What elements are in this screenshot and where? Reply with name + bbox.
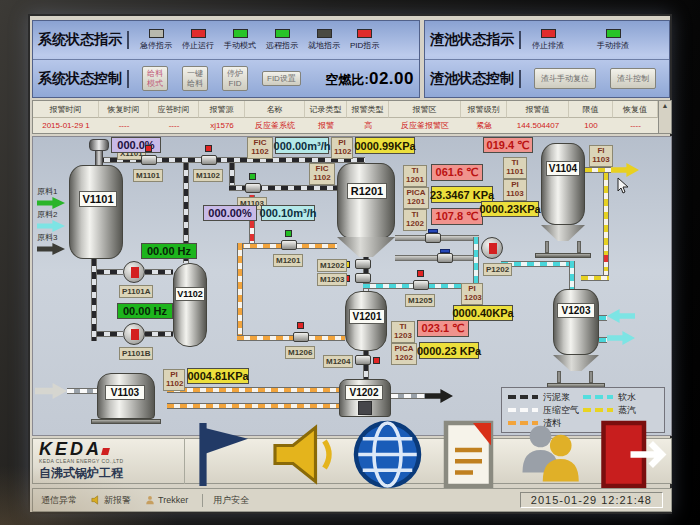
panel-title: 系统状态指示 [38,31,129,49]
readout-pi1102-pressure: 0000.99KPa [355,137,415,154]
alarm-scroll-up-button[interactable]: ▲ [658,101,671,133]
instrument-tag-pi1203: PI 1203 [461,283,483,305]
new-alarm-status[interactable]: 新报警 [91,494,131,507]
instrument-tag-ti1101: TI 1101 [503,157,527,179]
brand-block: KEDA KEDA CLEAN ENERGY CO.,LTD 自沸式锅炉工程 [33,438,185,484]
status-lamp [606,29,621,38]
brand-logo: KEDA [39,440,178,458]
vessel-base [91,419,161,424]
readout-ti1203-temp: 023.1 ℃ [417,320,469,337]
instrument-tag-pica1201: PICA 1201 [403,187,429,209]
readout-p1101a-hz: 00.00 Hz [141,243,197,259]
alarm-strip[interactable]: 报警时间2015-01-29 1 恢复时间---- 应答时间---- 报警源xj… [32,100,672,134]
valve-m1103[interactable] [245,183,261,193]
vessel-base [535,253,591,258]
readout-pi1203-pressure: 0000.40KPa [453,305,513,321]
pipe-air [391,393,425,399]
instrument-tag-fic1102: FIC 1102 [247,137,273,159]
valve-m1203[interactable] [355,273,371,283]
panel-title: 渣池状态指示 [430,31,521,49]
vessel-v1203[interactable] [553,289,599,355]
speaker-icon [91,495,101,505]
readout-x1101-percent: 000.0% [111,137,161,153]
vessel-v1101[interactable] [69,165,123,259]
status-lamp [357,29,372,38]
steam-outlet-arrow [611,163,639,177]
record-query-icon [347,414,428,495]
fid-settings-button[interactable]: FID设置 [262,71,301,86]
equipment-tag-m1101: M1101 [133,169,163,182]
comm-status: 通信异常 [41,494,77,507]
scada-screen: 系统状态指示 急停指示 停止运行 手动模式 远程指示 就地指示 PID指示 系统… [28,14,672,514]
instrument-tag-ti1203: TI 1203 [391,321,415,343]
pipe-air [67,388,97,394]
valve-m1205[interactable] [413,280,429,290]
pipe-slag [237,335,345,341]
pipe-sludge [145,331,173,337]
vessel-r1201[interactable] [337,163,395,239]
readout-ti1202-temp: 107.8 ℃ [431,208,483,225]
legend-swatch [583,395,613,399]
exit-icon [590,414,671,495]
valve-m1101[interactable] [141,155,157,165]
equipment-tag-m1206: M1206 [285,346,315,359]
readout-pica1202-pressure: 0000.23 KPa [419,342,479,359]
softwater-outlet-arrow [607,331,635,345]
manual-valve[interactable] [425,233,441,243]
valve-m1201[interactable] [281,240,297,250]
legend-swatch [583,408,613,412]
inlet-raw-3: 原料3 [37,233,65,255]
valve-m1202[interactable] [355,259,371,269]
legend-swatch [508,395,538,399]
status-lamp [233,29,248,38]
security-status: 用户安全 [213,494,249,507]
manual-valve[interactable] [437,253,453,263]
status-lamp [149,29,164,38]
vessel-label: V1101 [79,191,117,207]
bottom-toolbar: KEDA KEDA CLEAN ENERGY CO.,LTD 自沸式锅炉工程 首… [32,438,672,484]
brand-accent [101,448,110,455]
legend-swatch [508,408,538,412]
vessel-label: V1203 [557,303,595,318]
brand-subtitle: KEDA CLEAN ENERGY CO.,LTD [39,458,178,464]
equipment-tag-m1205: M1205 [405,294,435,307]
pipe-softwater [599,337,607,343]
divider [202,494,203,507]
inlet-arrow-gray [35,383,67,399]
instrument-tag-fi1103: FI 1103 [589,145,613,167]
equipment-tag-m1202: M1202 [317,259,347,272]
vessel-label: V1102 [175,287,205,301]
equipment-tag-p1101b: P1101B [119,347,153,360]
vessel-leg [545,241,549,253]
status-lamp [317,29,332,38]
status-lamp [275,29,290,38]
valve-m1206[interactable] [293,332,309,342]
pump-p1101a[interactable] [123,261,145,283]
vessel-v1203-cone [553,355,599,371]
indicator-local: 就地指示 [308,29,340,51]
instrument-tag-pi1102b: PI 1102 [163,369,185,391]
stop-furnace-fid-button[interactable]: 停炉 FID [222,66,248,90]
pump-p1202[interactable] [481,237,503,259]
system-status-panel: 系统状态指示 急停指示 停止运行 手动模式 远程指示 就地指示 PID指示 系统… [32,20,420,98]
pump-p1101b[interactable] [123,323,145,345]
feed-mode-button[interactable]: 给料 模式 [142,66,168,90]
inlet-raw-2: 原料2 [37,210,65,232]
alarm-list-icon [266,414,347,495]
equipment-tag-m1203: M1203 [317,273,347,286]
valve-m1204[interactable] [355,355,371,365]
slag-hopper-reset-button[interactable]: 渣斗手动复位 [534,68,596,89]
legend-item: 软水 [583,392,658,402]
status-bar: 通信异常 新报警 Trekker 用户安全 2015-01-29 12:21:4… [32,488,672,512]
one-key-feed-button[interactable]: 一键 给料 [182,66,208,90]
slag-hopper-control-button[interactable]: 渣斗控制 [610,68,656,89]
vessel-leg [557,371,561,383]
current-user: Trekker [145,495,188,505]
monitor-photo: 系统状态指示 急停指示 停止运行 手动模式 远程指示 就地指示 PID指示 系统… [0,0,700,525]
vessel-leg [577,241,581,253]
vessel-v1102[interactable] [173,263,207,347]
mouse-cursor [617,177,629,195]
valve-m1102[interactable] [201,155,217,165]
indicator-stop-slag: 停止排渣 [532,29,564,51]
vessel-v1104[interactable] [541,143,585,225]
